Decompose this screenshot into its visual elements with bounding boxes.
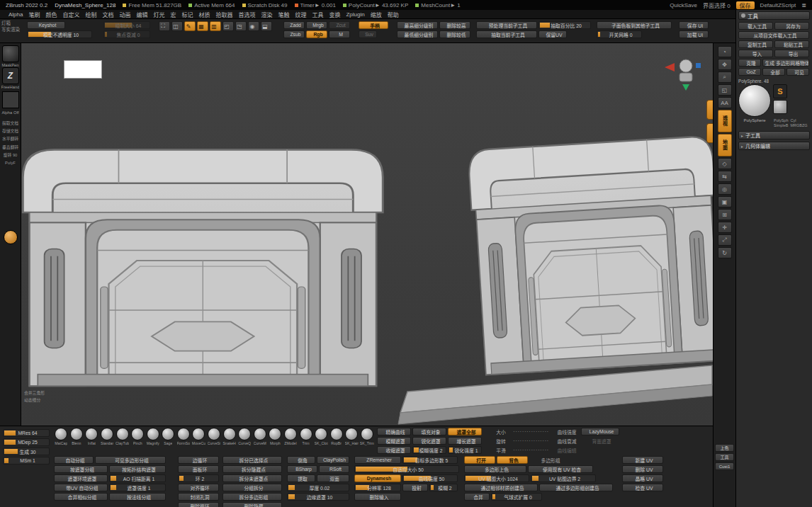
control[interactable]: 导入 — [738, 50, 773, 57]
control[interactable]: 晶格 UV — [622, 474, 663, 482]
menu-item[interactable]: 标记 — [179, 11, 196, 18]
control[interactable]: 曲线强度 — [551, 428, 580, 435]
door-model-right[interactable] — [468, 136, 713, 375]
control[interactable]: Dynamesh — [354, 474, 401, 482]
alpha-thumbnail[interactable] — [2, 91, 19, 108]
control[interactable]: 复制工具 — [738, 40, 773, 48]
brush-item[interactable]: CurveM — [253, 428, 268, 454]
control[interactable]: 抽取百分比 20 — [538, 21, 591, 29]
move-icon[interactable]: ✛ — [718, 222, 732, 233]
left-tray-item[interactable]: 提取文档 — [1, 121, 21, 126]
control[interactable]: 新建 UV — [622, 456, 663, 464]
titlebar-button[interactable]: 界面选择 0 — [703, 1, 731, 9]
control[interactable]: 遮罩强度 1 — [109, 484, 166, 491]
door-model-left[interactable] — [23, 149, 383, 386]
left-tray-item[interactable]: 动态细分 — [24, 398, 45, 403]
brush-item[interactable]: Sage — [161, 428, 176, 454]
control[interactable]: 提取 — [287, 474, 315, 482]
control[interactable]: AO 扫描距离 1 — [109, 474, 166, 482]
brush-thumbnail[interactable]: FreeHand — [1, 67, 20, 89]
brush-item[interactable]: SnakeH — [222, 428, 237, 454]
control[interactable]: 遮罩环境遮罩 — [54, 474, 108, 482]
control[interactable]: UV 贴图大小 1024 — [464, 474, 529, 482]
control[interactable]: 气球式扩展 0 — [491, 493, 542, 501]
control[interactable]: 对齐循环 — [178, 484, 219, 491]
control[interactable]: 封闭孔洞 — [178, 493, 219, 501]
control[interactable]: M — [329, 30, 350, 38]
left-tray-item[interactable]: 存储文档 — [1, 129, 21, 134]
control[interactable]: 手柄 — [359, 21, 388, 29]
control[interactable]: 子面色板到其他子工具 — [597, 21, 672, 29]
control[interactable]: 删除循环 — [178, 502, 219, 507]
control[interactable]: 打开 — [464, 456, 495, 464]
control[interactable]: 目标多边形数 5 — [402, 456, 458, 464]
control[interactable]: 最低细分级别 — [397, 30, 438, 38]
left-tray-item[interactable]: 旋转 90 — [1, 153, 21, 158]
menu-item[interactable]: 宏 — [167, 11, 179, 18]
control[interactable] — [509, 437, 550, 445]
control[interactable]: 可见 — [786, 68, 809, 76]
tool-palette-header[interactable]: 工具 — [738, 11, 810, 20]
control[interactable]: MSm 1 — [3, 457, 50, 465]
brush-item[interactable]: CurveSt — [207, 428, 222, 454]
tool-quick-name[interactable]: SimpleB — [774, 123, 788, 127]
control[interactable]: 双面 — [317, 474, 349, 482]
control[interactable]: 删除输入 — [354, 493, 401, 501]
control[interactable]: 曲线编辑 — [551, 446, 580, 454]
control[interactable]: 自适应大小 50 — [354, 465, 459, 473]
control[interactable]: 背色 — [497, 456, 528, 464]
control[interactable]: 锐化强度 1 — [448, 446, 482, 454]
control[interactable]: 拆分未遮罩点 — [222, 474, 282, 482]
control[interactable]: 按拓扑结构遮罩 — [109, 465, 166, 473]
dock-button[interactable]: 工具 — [715, 453, 734, 461]
menu-item[interactable]: 首选项 — [235, 11, 258, 18]
transparency-icon[interactable]: ◫ — [171, 21, 183, 31]
control[interactable]: 删除隐藏 — [222, 502, 282, 507]
control[interactable]: 合并相似分组 — [54, 493, 108, 501]
control[interactable]: 合并 — [464, 493, 490, 501]
menu-item[interactable]: 工具 — [309, 11, 326, 18]
control[interactable]: 分辨率 128 — [354, 484, 401, 491]
control[interactable]: 删除较高 — [439, 21, 470, 29]
brush-item[interactable]: Morph — [268, 428, 283, 454]
symmetry-icon[interactable]: ⇆ — [718, 171, 732, 182]
control[interactable]: 曲线衰减 — [551, 437, 580, 445]
stroke-icon[interactable]: ▥ — [210, 21, 221, 31]
palette-section[interactable]: 几何体编辑 — [738, 142, 810, 150]
menu-item[interactable]: 拾取器 — [213, 11, 235, 18]
control[interactable]: 加载 UI — [679, 30, 709, 38]
left-tray-item[interactable]: 水平翻转 — [1, 137, 21, 142]
control[interactable]: 模糊遮罩 — [377, 437, 411, 445]
color-sphere-swatch[interactable] — [4, 230, 18, 244]
control[interactable]: 生成 多边形网格物体 — [762, 59, 809, 67]
floor-grid-button[interactable]: 地面 — [718, 134, 732, 156]
zoom-icon[interactable]: ⌕ — [718, 72, 732, 83]
bpr-icon[interactable]: ◔ — [718, 46, 732, 57]
control[interactable]: ClayPolish — [317, 456, 349, 464]
brush-item[interactable]: Trim — [298, 428, 313, 454]
control[interactable]: 模糊 2 — [429, 484, 458, 491]
menu-item[interactable]: Zplugin — [343, 11, 367, 18]
actual-size-icon[interactable]: ◱ — [718, 84, 732, 96]
control[interactable]: 开关网格 0 — [597, 30, 642, 38]
control[interactable]: 投射 — [402, 484, 428, 491]
control[interactable]: 按遮罩分组 — [54, 465, 108, 473]
titlebar-button[interactable]: DefaultZScript — [760, 2, 796, 8]
palette-section[interactable]: 子工具 — [738, 131, 810, 139]
control[interactable] — [509, 446, 550, 454]
control[interactable]: 通过多边形组创建岛 — [539, 484, 613, 491]
control[interactable]: MRes 64 — [3, 429, 50, 437]
menu-item[interactable]: 颜色 — [43, 11, 60, 18]
menu-item[interactable]: 文档 — [99, 11, 116, 18]
control[interactable]: 通过相邻材质创建岛 — [464, 484, 538, 491]
control[interactable]: ZRemesher — [354, 456, 401, 464]
quick-pick-thumbnail-1[interactable]: S — [773, 84, 787, 98]
brush-item[interactable]: SK_Hair — [344, 428, 359, 454]
control[interactable] — [509, 428, 550, 435]
control[interactable]: 旋转 — [492, 437, 507, 445]
control[interactable]: UV 贴图边界 2 — [531, 474, 596, 482]
control[interactable]: BSharp — [287, 465, 317, 473]
control[interactable]: RSoft — [319, 465, 349, 473]
control[interactable]: 模糊强度 2 — [412, 446, 446, 454]
control[interactable]: Keyshot — [27, 21, 65, 29]
